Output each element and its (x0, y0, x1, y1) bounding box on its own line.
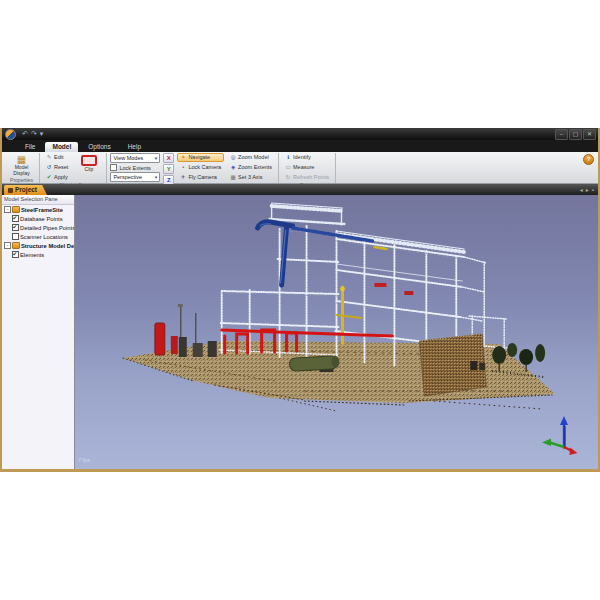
measure-button[interactable]: ▭ Measure (282, 163, 332, 172)
y-axis-button[interactable]: Y (163, 164, 174, 174)
chevron-down-icon: ▾ (155, 155, 158, 161)
tab-model[interactable]: Model (45, 142, 78, 152)
tree-item-scanner-locations[interactable]: Scanner Locations (2, 232, 74, 241)
model-display-label: Model Display (8, 165, 35, 176)
perspective-value: Perspective (113, 174, 142, 180)
measure-icon: ▭ (285, 164, 291, 171)
set-axis-button[interactable]: ▦ Set 3 Axis (227, 173, 275, 182)
lock-camera-icon: ▪ (180, 164, 186, 171)
checkbox[interactable]: ✔ (12, 224, 19, 231)
measure-label: Measure (293, 164, 314, 171)
refresh-points-button[interactable]: ↻ Refresh Points (282, 173, 332, 182)
perspective-dropdown[interactable]: Perspective ▾ (110, 172, 160, 182)
refresh-points-label: Refresh Points (293, 174, 329, 181)
application-window: ↶ ↷ ▾ – ▢ ✕ File Model Options Help ▦ Mo… (0, 128, 600, 472)
tree-item-steelframesite[interactable]: - SteelFrameSite (2, 205, 74, 214)
tree-item-label: SteelFrameSite (21, 206, 63, 214)
checkbox[interactable]: ✔ (12, 215, 19, 222)
navigate-label: Navigate (188, 154, 210, 161)
scan-project-icon (12, 206, 20, 213)
tab-help[interactable]: Help (121, 142, 148, 152)
view-modes-dropdown[interactable]: View Modes ▾ (110, 153, 160, 163)
edit-button[interactable]: ✎ Edit (43, 153, 71, 162)
tab-project[interactable]: Project (4, 185, 47, 195)
maximize-button[interactable]: ▢ (569, 129, 582, 140)
tree-item-label: Scanner Locations (20, 233, 68, 241)
project-tab-icon (8, 188, 13, 193)
tree-item-label: Database Points (20, 215, 63, 223)
lock-camera-button[interactable]: ▪ Lock Camera (177, 163, 224, 172)
zoom-extents-label: Zoom Extents (238, 164, 272, 171)
panel-tab-strip: Project ◂ ▸ ▪ (2, 184, 598, 195)
reset-button[interactable]: ↺ Reset (43, 163, 71, 172)
point-cloud-scene[interactable] (75, 195, 598, 469)
clip-button[interactable]: Clip (74, 153, 103, 174)
edit-icon: ✎ (46, 154, 52, 161)
group-label-properties: Properties (7, 177, 36, 183)
tree-item-detailed-pipes-points[interactable]: ✔ Detailed Pipes Points (2, 223, 74, 232)
lock-extents-label: Lock Extents (119, 165, 151, 171)
redo-icon[interactable]: ↷ (31, 129, 37, 139)
model-display-button[interactable]: ▦ Model Display (7, 153, 36, 177)
ribbon-group-points: ℹ Identify ▭ Measure ↻ Refresh Points Po… (279, 153, 336, 183)
minimize-button[interactable]: – (555, 129, 568, 140)
collapse-icon[interactable]: - (4, 242, 11, 249)
panel-nav: ◂ ▸ ▪ (580, 186, 594, 195)
x-axis-button[interactable]: X (163, 153, 174, 163)
apply-icon: ✔ (46, 174, 52, 181)
check-icon: ✔ (13, 215, 18, 221)
ribbon-group-properties: ▦ Model Display Properties (4, 153, 40, 183)
ribbon: ▦ Model Display Properties ✎ Edit ↺ Rese… (2, 152, 598, 184)
checkbox[interactable] (12, 233, 19, 240)
navigate-button[interactable]: ✦ Navigate (177, 153, 224, 162)
navigate-icon: ✦ (180, 154, 186, 161)
tree-item-label: Detailed Pipes Points (20, 224, 74, 232)
tree-item-structure-model[interactable]: - Structure Model DevelopedCMT (2, 241, 74, 250)
clip-label: Clip (85, 167, 94, 173)
view-modes-value: View Modes (113, 155, 143, 161)
zoom-extents-icon: ◈ (230, 164, 236, 171)
zoom-model-label: Zoom Model (238, 154, 269, 161)
checkbox[interactable]: ✔ (12, 251, 19, 258)
ribbon-tab-strip: File Model Options Help (2, 140, 598, 152)
collapse-icon[interactable]: - (4, 206, 11, 213)
title-bar: ↶ ↷ ▾ – ▢ ✕ (2, 128, 598, 140)
identify-button[interactable]: ℹ Identify (282, 153, 332, 162)
quick-access-toolbar: ↶ ↷ ▾ (22, 129, 43, 139)
window-controls: – ▢ ✕ (555, 129, 596, 140)
fly-camera-icon: ✈ (180, 174, 186, 181)
zoom-model-button[interactable]: ◎ Zoom Model (227, 153, 275, 162)
edit-label: Edit (54, 154, 63, 161)
fly-camera-label: Fly Camera (188, 174, 216, 181)
ribbon-group-clipping-box: ✎ Edit ↺ Reset ✔ Apply Clip (40, 153, 107, 183)
zoom-extents-button[interactable]: ◈ Zoom Extents (227, 163, 275, 172)
clip-box-icon (81, 155, 97, 166)
app-logo-icon[interactable] (5, 129, 16, 140)
lock-extents-checkbox[interactable]: Lock Extents (110, 164, 160, 171)
undo-icon[interactable]: ↶ (22, 129, 28, 139)
identify-label: Identify (293, 154, 311, 161)
tab-options[interactable]: Options (81, 142, 117, 152)
check-icon: ✔ (13, 251, 18, 257)
pane-title: Model Selection Pane (2, 195, 74, 205)
set-axis-icon: ▦ (230, 174, 236, 181)
tab-file[interactable]: File (18, 142, 42, 152)
tree-item-elements[interactable]: ✔ Elements (2, 250, 74, 259)
panel-menu-icon[interactable]: ▪ (592, 186, 594, 195)
scroll-left-icon[interactable]: ◂ (580, 186, 583, 195)
zoom-model-icon: ◎ (230, 154, 236, 161)
ribbon-group-navigation: View Modes ▾ Lock Extents Perspective ▾ … (107, 153, 279, 183)
close-button[interactable]: ✕ (583, 129, 596, 140)
help-button[interactable]: ? (583, 154, 594, 165)
viewport-3d[interactable]: 7 fps (75, 195, 598, 469)
apply-button[interactable]: ✔ Apply (43, 173, 71, 182)
fly-camera-button[interactable]: ✈ Fly Camera (177, 173, 224, 182)
checkbox-icon (110, 164, 117, 171)
tree-item-label: Elements (20, 251, 44, 259)
quick-access-menu-icon[interactable]: ▾ (40, 129, 44, 139)
refresh-icon: ↻ (285, 174, 291, 181)
lock-camera-label: Lock Camera (188, 164, 221, 171)
scroll-right-icon[interactable]: ▸ (586, 186, 589, 195)
project-tab-label: Project (15, 186, 37, 194)
tree-item-database-points[interactable]: ✔ Database Points (2, 214, 74, 223)
